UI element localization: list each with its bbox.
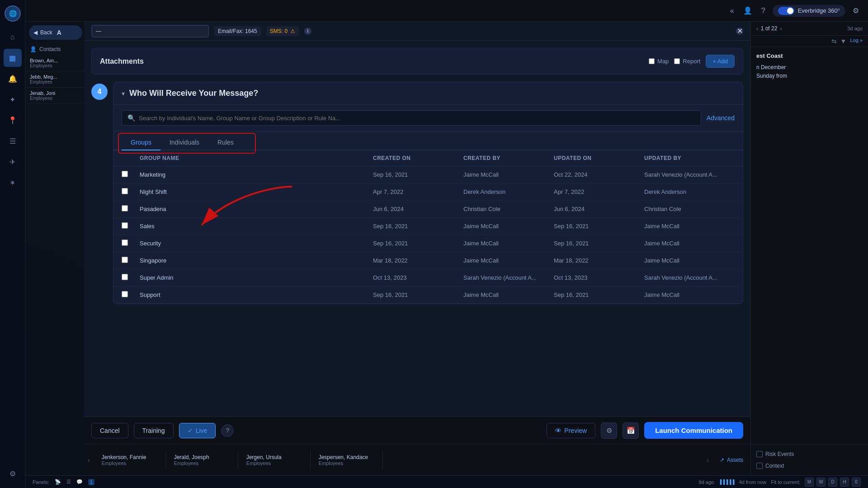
table-row[interactable]: Sales Sep 16, 2021 Jaime McCall Sep 16, …	[113, 218, 743, 235]
contact-strip-item[interactable]: Jenkerson, Fannie Employees	[94, 450, 166, 469]
message-select[interactable]: —	[92, 25, 208, 37]
panel-icon-wifi[interactable]: 📡	[55, 479, 61, 485]
message-bar: — Email/Fax: 1645 SMS: 0 ⚠ ℹ ✕	[84, 22, 750, 41]
contact-strip-role: Employees	[319, 460, 374, 466]
row-checkbox[interactable]	[122, 222, 128, 229]
user-icon[interactable]: 👤	[741, 5, 754, 17]
contact-strip-item[interactable]: Jergen, Ursula Employees	[238, 450, 311, 469]
add-button[interactable]: + Add	[706, 55, 735, 68]
chevron-down-icon[interactable]: ▾	[122, 90, 125, 97]
panel-icon-list[interactable]: ☰	[66, 479, 71, 485]
row-checkbox[interactable]	[122, 239, 128, 246]
row-checkbox[interactable]	[122, 205, 128, 211]
search-input[interactable]	[139, 115, 695, 122]
app-logo: 🌐	[5, 5, 21, 22]
col-created-by: Created By	[463, 155, 554, 161]
month-btn[interactable]: M	[805, 478, 814, 487]
risk-events-checkbox[interactable]	[756, 451, 763, 457]
row-checkbox[interactable]	[122, 257, 128, 263]
map-checkbox[interactable]	[649, 58, 655, 64]
contacts-nav-right[interactable]: ›	[703, 456, 712, 464]
context-row[interactable]: Context	[756, 460, 863, 472]
sidebar-item-plane[interactable]: ✈	[4, 153, 22, 171]
everbridge-toggle[interactable]: Everbridge 360°	[773, 5, 845, 17]
contact-role: Employees	[30, 63, 81, 68]
preview-button[interactable]: 👁 Preview	[547, 423, 595, 438]
toggle-switch[interactable]	[778, 7, 794, 15]
assets-area[interactable]: ↗ Assets	[712, 457, 750, 463]
time-left-label: 9d ago	[699, 479, 714, 485]
sidebar-item-map[interactable]: 📍	[4, 111, 22, 129]
contact-strip-item[interactable]: Jespersen, Kandace Employees	[311, 450, 383, 469]
training-button[interactable]: Training	[134, 423, 174, 438]
info-icon[interactable]: ℹ	[304, 28, 311, 35]
report-checkbox[interactable]	[674, 58, 680, 64]
sidebar-item-alert[interactable]: 🔔	[4, 70, 22, 88]
attachments-title: Attachments	[100, 57, 144, 66]
table-row[interactable]: Night Shift Apr 7, 2022 Derek Anderson A…	[113, 183, 743, 201]
zero-btn[interactable]: 0	[852, 478, 861, 487]
sidebar-item-settings[interactable]: ⚙	[4, 465, 22, 483]
tab-individuals[interactable]: Individuals	[160, 135, 208, 150]
map-checkbox-label[interactable]: Map	[649, 58, 669, 65]
row-checkbox[interactable]	[122, 291, 128, 297]
advanced-link[interactable]: Advanced	[707, 114, 735, 122]
cell-updated-on: Mar 18, 2022	[554, 257, 644, 264]
sidebar-item-contacts[interactable]: ✦	[4, 90, 22, 108]
panel-icon-user[interactable]: 1	[88, 479, 94, 485]
table-row[interactable]: Support Sep 16, 2021 Jaime McCall Sep 16…	[113, 286, 743, 304]
cell-group-name: Night Shift	[140, 188, 373, 195]
contact-jenab[interactable]: Jenab, Joni Employees	[25, 88, 86, 104]
hour-btn[interactable]: H	[840, 478, 849, 487]
back-label: Back	[40, 29, 52, 36]
row-checkbox[interactable]	[122, 274, 128, 280]
contact-strip-role: Employees	[102, 460, 157, 466]
help-icon[interactable]: ?	[760, 5, 767, 17]
table-row[interactable]: Super Admin Oct 13, 2023 Sarah Venezio (…	[113, 269, 743, 286]
week-btn[interactable]: W	[816, 478, 826, 487]
tab-groups[interactable]: Groups	[122, 135, 160, 150]
settings-button[interactable]: ⚙	[601, 422, 617, 439]
tab-rules[interactable]: Rules	[208, 135, 243, 150]
help-button[interactable]: ?	[221, 424, 234, 437]
contacts-strip: ‹ Jenkerson, Fannie Employees Jerald, Jo…	[84, 444, 750, 475]
table-row[interactable]: Security Sep 16, 2021 Jaime McCall Sep 1…	[113, 235, 743, 252]
right-panel-swap-icon[interactable]: ⇆	[831, 38, 837, 45]
cell-updated-on: Sep 16, 2021	[554, 240, 644, 247]
panel-icon-chat[interactable]: 💬	[76, 479, 83, 485]
launch-communication-button[interactable]: Launch Communication	[644, 422, 743, 439]
sms-chip: SMS: 0 ⚠	[266, 26, 299, 36]
sidebar-item-dashboard[interactable]: ▦	[4, 49, 22, 67]
context-checkbox[interactable]	[756, 463, 763, 469]
risk-events-row[interactable]: Risk Events	[756, 448, 863, 460]
right-panel-filter-icon[interactable]: ▼	[840, 38, 847, 45]
contacts-nav-left[interactable]: ‹	[84, 456, 94, 464]
topbar-settings-icon[interactable]: ⚙	[851, 5, 861, 17]
close-icon[interactable]: ✕	[736, 28, 743, 35]
right-panel-nav-left[interactable]: ‹	[756, 26, 758, 31]
contacts-section[interactable]: 👤 Contacts	[25, 43, 86, 55]
sidebar-item-list[interactable]: ☰	[4, 132, 22, 150]
table-row[interactable]: Singapore Mar 18, 2022 Jaime McCall Mar …	[113, 252, 743, 269]
contact-jebb[interactable]: Jebb, Meg... Employees	[25, 71, 86, 88]
table-row[interactable]: Pasadena Jun 6, 2024 Christian Cole Jun …	[113, 201, 743, 218]
cancel-button[interactable]: Cancel	[91, 423, 128, 438]
calendar-button[interactable]: 📅	[623, 422, 639, 439]
back-button[interactable]: ◀ Back A	[29, 25, 82, 40]
table-row[interactable]: Marketing Sep 16, 2021 Jaime McCall Oct …	[113, 166, 743, 183]
right-panel-nav-right[interactable]: ›	[780, 26, 782, 31]
row-checkbox[interactable]	[122, 171, 128, 177]
contact-strip-item[interactable]: Jerald, Joesph Employees	[166, 450, 238, 469]
contact-brown[interactable]: Brown, Am... Employees	[25, 55, 86, 71]
day-btn[interactable]: D	[828, 478, 837, 487]
cell-updated-on: Apr 7, 2022	[554, 188, 644, 195]
right-panel-icons: ⇆ ▼ Log »	[751, 36, 868, 47]
sidebar-item-star[interactable]: ✶	[4, 174, 22, 192]
time-controls: M W D H 0	[805, 478, 861, 487]
right-panel-log-link[interactable]: Log »	[850, 38, 863, 45]
row-checkbox[interactable]	[122, 188, 128, 194]
report-checkbox-label[interactable]: Report	[674, 58, 700, 65]
sidebar-item-home[interactable]: ⌂	[4, 28, 22, 46]
live-button[interactable]: ✓ Live	[179, 423, 216, 438]
expand-icon[interactable]: «	[728, 5, 736, 17]
